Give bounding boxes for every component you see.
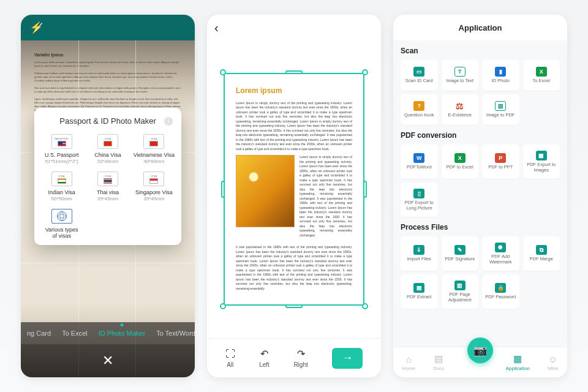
crop-stage: Lorem ipsum Lorem Ipsum is simply dummy … [207, 40, 381, 338]
info-icon[interactable]: i [164, 117, 173, 126]
id-type-vietnamese-visa[interactable]: VISA Vietnamese Visa 40*60mm [132, 132, 176, 167]
ocr-icon: T [454, 67, 466, 77]
crop-edge-left[interactable] [221, 181, 225, 198]
back-icon[interactable]: ‹ [214, 21, 219, 35]
crop-handle-bl[interactable] [220, 303, 226, 309]
crop-edge-bottom[interactable] [285, 304, 303, 308]
id-type-thai-visa[interactable]: VISA Thai visa 35*45mm [85, 169, 130, 204]
rotate-right-button[interactable]: ↷Right [293, 348, 307, 368]
tile-pdf-password[interactable]: 🔒PDF Password [482, 274, 519, 309]
page-paragraph: Lorem Ipsum is simply dummy text of the … [300, 155, 352, 238]
mode-tab[interactable]: To Text/Word [156, 330, 195, 337]
tile-pdf-merge[interactable]: ⧉PDF Merge [523, 236, 560, 271]
person-icon: ▮ [495, 67, 506, 77]
tile-pdf-signature[interactable]: ✎PDF Signature [442, 236, 479, 271]
tile-pdf-extract[interactable]: ▤PDF Extract [401, 274, 438, 309]
tile-pdf-to-images[interactable]: ▦PDF Export to Images [523, 145, 560, 179]
camera-fab[interactable]: 📷 [467, 337, 493, 363]
crop-all-button[interactable]: ⛶All [225, 349, 235, 368]
section-title-scan: Scan [401, 47, 560, 55]
page-paragraph: It was popularised in the 1960s with tex… [236, 245, 352, 291]
next-button[interactable]: → [332, 348, 363, 369]
id-type-indian-visa[interactable]: VISA Indian Visa 50*50mm [39, 169, 84, 204]
editor-topbar: ‹ [207, 15, 381, 40]
nav-home[interactable]: ⌂Home [402, 354, 415, 371]
section-title-process: Process Files [401, 223, 560, 232]
phone-application: Application Scan ▭Scan ID Card TImage to… [393, 15, 567, 377]
id-type-us-passport[interactable]: PASSPORT U.S. Passport 51*51mm(2*2") [39, 132, 84, 167]
id-type-various-visas[interactable]: Various types of visas [39, 206, 84, 241]
tile-image-to-pdf[interactable]: ▧Image to PDF [482, 94, 519, 125]
rotate-left-icon: ↶ [260, 348, 268, 360]
tile-pdf-long-picture[interactable]: ▯PDF Export to Long Picture [401, 183, 438, 217]
page-header: Application [393, 15, 567, 40]
camera-topbar: ⚡̸ [21, 15, 195, 40]
flag-cn-icon [104, 141, 112, 146]
tile-pdf-to-word[interactable]: WPDFToWord [401, 145, 438, 179]
tile-pdf-watermark[interactable]: ✺PDF Add Watermark [482, 236, 519, 271]
crop-edge-top[interactable] [285, 70, 303, 74]
person-icon: ☺ [548, 354, 557, 364]
mode-tab[interactable]: To Excel [62, 330, 88, 337]
docs-icon: ▤ [434, 353, 443, 364]
tile-question-book[interactable]: ?Question book [401, 94, 438, 125]
rotate-left-button[interactable]: ↶Left [259, 348, 270, 368]
phone-camera-id: ⚡̸ Variatio Ipsius Lorem ipsum dolor sit… [21, 15, 195, 377]
extract-icon: ▤ [413, 283, 424, 293]
flag-sg-icon [149, 178, 158, 184]
excel-icon: X [454, 153, 466, 163]
id-card-icon: ▭ [413, 67, 424, 77]
crop-handle-tr[interactable] [362, 69, 368, 75]
word-icon: W [413, 153, 424, 163]
id-type-singapore-visa[interactable]: VISA Singapore Visa 35*45mm [132, 169, 176, 204]
globe-icon [57, 211, 67, 221]
application-body[interactable]: Scan ▭Scan ID Card TImage to Text ▮ID Ph… [393, 40, 567, 347]
home-icon: ⌂ [406, 354, 412, 364]
scanned-page: Lorem ipsum Lorem Ipsum is simply dummy … [224, 73, 364, 306]
expand-icon: ⛶ [225, 349, 235, 360]
mode-tab-active[interactable]: ID Photo Maker [99, 330, 145, 337]
signature-icon: ✎ [454, 245, 466, 255]
flag-in-icon [58, 178, 66, 184]
flash-off-icon[interactable]: ⚡̸ [29, 21, 43, 34]
page-title: Lorem ipsum [236, 85, 352, 96]
id-photo-modal: Passport & ID Photo Maker i PASSPORT U.S… [34, 108, 181, 245]
tile-image-to-text[interactable]: TImage to Text [442, 60, 479, 91]
modal-title: Passport & ID Photo Maker [59, 116, 156, 126]
camera-viewport: Variatio Ipsius Lorem ipsum dolor sit am… [21, 40, 195, 377]
tile-id-photo[interactable]: ▮ID Photo [482, 60, 519, 91]
import-icon: ⇩ [413, 245, 424, 255]
tile-scan-id-card[interactable]: ▭Scan ID Card [401, 60, 438, 91]
merge-icon: ⧉ [536, 245, 547, 255]
tile-import-files[interactable]: ⇩Import Files [401, 236, 438, 271]
pages-icon: ▥ [454, 281, 466, 290]
tile-to-excel[interactable]: XTo Excel [523, 60, 560, 91]
nav-mine[interactable]: ☺Mine [548, 354, 558, 371]
page-photo [236, 155, 295, 227]
ppt-icon: P [495, 153, 506, 163]
tile-pdf-page-adjust[interactable]: ▥PDF Page Adjustment [442, 274, 479, 309]
nav-application[interactable]: ▦Application [506, 353, 530, 371]
doc-heading: Variatio Ipsius [34, 53, 181, 57]
crop-frame[interactable]: Lorem ipsum Lorem Ipsum is simply dummy … [224, 73, 364, 306]
flag-th-icon [104, 178, 112, 184]
tile-pdf-to-ppt[interactable]: PPDF to PPT [482, 145, 519, 179]
mode-tab[interactable]: ng Card [27, 330, 51, 337]
crop-handle-br[interactable] [362, 303, 368, 309]
image-pdf-icon: ▧ [495, 101, 506, 111]
long-image-icon: ▯ [413, 189, 424, 198]
crop-edge-right[interactable] [363, 181, 367, 198]
mode-tabbar[interactable]: ng Card To Excel ID Photo Maker To Text/… [21, 322, 195, 344]
phone-crop-editor: ‹ Lorem ipsum Lorem Ipsum is simply dumm… [207, 15, 381, 377]
book-icon: ? [413, 101, 424, 111]
section-title-pdf: PDF conversion [401, 131, 560, 140]
crop-handle-tl[interactable] [220, 69, 226, 75]
tile-pdf-to-excel[interactable]: XPDF to Excel [442, 145, 479, 179]
close-icon[interactable]: ✕ [102, 353, 113, 369]
bottom-nav: ⌂Home ▤Docs ▦Application ☺Mine 📷 [393, 347, 567, 377]
images-icon: ▦ [536, 151, 547, 160]
tile-e-evidence[interactable]: ⚖E-Evidence [442, 94, 479, 125]
id-type-china-visa[interactable]: VISA China Visa 33*48mm [85, 132, 130, 167]
rotate-right-icon: ↷ [297, 348, 305, 360]
nav-docs[interactable]: ▤Docs [433, 353, 444, 371]
